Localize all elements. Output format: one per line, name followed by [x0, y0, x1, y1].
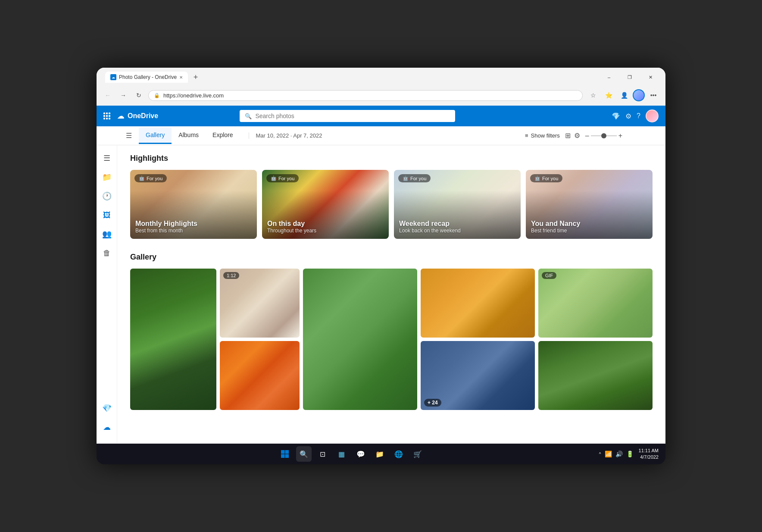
taskbar-battery-icon[interactable]: 🔋 — [626, 451, 634, 457]
tag-icon-3: 🤖 — [534, 175, 540, 181]
taskbar-arrow-icon[interactable]: ^ — [599, 452, 601, 457]
hamburger-menu-icon[interactable]: ☰ — [122, 128, 135, 143]
taskbar-volume-icon[interactable]: 🔊 — [615, 451, 623, 457]
filter-icon: ≡ — [525, 132, 528, 139]
address-bar[interactable]: 🔒 https://onedrive.live.com — [148, 90, 583, 101]
user-avatar[interactable] — [646, 110, 659, 122]
taskbar-taskview-button[interactable]: ⊡ — [315, 446, 331, 462]
highlight-title-2: Weekend recap — [399, 220, 461, 228]
zoom-slider-thumb — [601, 133, 606, 138]
apps-grid-icon[interactable] — [103, 113, 110, 119]
search-input[interactable] — [255, 113, 450, 119]
app-navigation: ☰ Gallery Albums Explore Mar 10, 2022 · … — [97, 126, 665, 145]
gallery-item-plant[interactable] — [130, 269, 216, 410]
minimize-button[interactable]: – — [599, 71, 619, 83]
highlight-card-monthly[interactable]: 🤖 For you Monthly Highlights Best from t… — [130, 170, 257, 239]
nav-right-controls: ≡ Show filters ⊞ ⚙ – + — [525, 131, 622, 140]
settings-icon[interactable]: ⚙ — [625, 112, 631, 120]
highlight-tag-1: 🤖 For you — [266, 174, 299, 182]
profile-switcher-icon[interactable]: 👤 — [617, 88, 631, 102]
gallery-item-sport[interactable]: GIF — [538, 269, 653, 338]
tab-bar: ☁ Photo Gallery - OneDrive ✕ + — [105, 71, 596, 83]
zoom-out-button[interactable]: – — [585, 132, 589, 140]
svg-rect-1 — [285, 450, 289, 454]
taskbar-store-button[interactable]: 🛒 — [410, 446, 425, 462]
show-filters-button[interactable]: ≡ Show filters — [525, 132, 560, 139]
gallery-item-laugh[interactable]: + 24 — [421, 341, 535, 410]
highlights-grid: 🤖 For you Monthly Highlights Best from t… — [130, 170, 653, 239]
sidebar-item-trash[interactable]: 🗑 — [99, 245, 115, 261]
grid-view-icon[interactable]: ⊞ — [565, 131, 571, 140]
taskbar-files-button[interactable]: 📁 — [372, 446, 387, 462]
taskbar-search-button[interactable]: 🔍 — [296, 446, 312, 462]
tab-gallery-label: Gallery — [146, 131, 165, 138]
zoom-controls: – + — [585, 132, 622, 140]
sidebar-item-people[interactable]: 👥 — [99, 226, 115, 242]
tab-favicon: ☁ — [110, 74, 116, 80]
gear-settings-icon[interactable]: ⚙ — [574, 131, 580, 140]
favorites-icon[interactable]: ☆ — [586, 88, 600, 102]
sidebar-cloud-icon[interactable]: ☁ — [99, 419, 115, 435]
premium-diamond-icon[interactable]: 💎 — [612, 112, 620, 120]
tab-title: Photo Gallery - OneDrive — [119, 74, 177, 80]
browser-chrome: ☁ Photo Gallery - OneDrive ✕ + – ❐ ✕ ← →… — [97, 68, 665, 106]
taskbar-edge-button[interactable]: 🌐 — [391, 446, 406, 462]
highlight-subtitle-2: Look back on the weekend — [399, 228, 461, 234]
gallery-item-family[interactable] — [303, 269, 417, 410]
header-search-bar[interactable]: 🔍 — [240, 110, 455, 122]
close-button[interactable]: ✕ — [640, 71, 660, 83]
refresh-button[interactable]: ↻ — [133, 89, 145, 101]
highlight-content-1: On this day Throughout the years — [267, 220, 316, 234]
zoom-slider[interactable] — [591, 135, 617, 136]
taskbar-chat-button[interactable]: 💬 — [353, 446, 369, 462]
highlight-content-0: Monthly Highlights Best from this month — [135, 220, 197, 234]
tab-gallery[interactable]: Gallery — [139, 127, 172, 144]
app-content: ☁ OneDrive 🔍 💎 ⚙ ? ☰ Gallery Albums — [97, 106, 665, 444]
main-area: ☰ 📁 🕐 🖼 👥 🗑 💎 ☁ Highlights — [97, 145, 665, 444]
maximize-button[interactable]: ❐ — [620, 71, 640, 83]
forward-button[interactable]: → — [117, 89, 129, 101]
tab-explore[interactable]: Explore — [206, 127, 240, 144]
tag-label-2: For you — [410, 176, 426, 181]
taskbar-wifi-icon[interactable]: 📶 — [605, 451, 612, 457]
taskbar-clock[interactable]: 11:11 AM 4/7/2022 — [639, 448, 659, 461]
settings-menu-icon[interactable]: ••• — [646, 88, 660, 102]
taskbar-system-icons: ^ 📶 🔊 🔋 — [599, 451, 634, 457]
gallery-item-couple[interactable] — [421, 269, 535, 338]
taskbar-widgets-button[interactable]: ▦ — [334, 446, 350, 462]
url-text: https://onedrive.live.com — [163, 92, 224, 99]
gallery-badge-video: 1:12 — [223, 272, 239, 279]
sidebar-item-recents[interactable]: 🕐 — [99, 188, 115, 204]
svg-rect-2 — [281, 454, 285, 458]
tag-label-1: For you — [278, 176, 294, 181]
sidebar-item-hamburger[interactable]: ☰ — [99, 150, 115, 166]
gallery-item-cat[interactable]: 1:12 — [220, 269, 300, 338]
tag-icon-2: 🤖 — [403, 175, 409, 181]
tab-albums[interactable]: Albums — [172, 127, 206, 144]
tab-close-btn[interactable]: ✕ — [179, 75, 183, 80]
sidebar-item-photos[interactable]: 🖼 — [99, 207, 115, 223]
highlight-tag-2: 🤖 For you — [398, 174, 431, 182]
highlight-card-nancy[interactable]: 🤖 For you You and Nancy Best friend time — [526, 170, 653, 239]
active-browser-tab[interactable]: ☁ Photo Gallery - OneDrive ✕ — [105, 72, 188, 83]
back-button[interactable]: ← — [102, 89, 114, 101]
content-area: Highlights 🤖 For you Monthly Highlights … — [117, 145, 665, 444]
collections-icon[interactable]: ⭐ — [602, 88, 615, 102]
taskbar-start-button[interactable] — [277, 446, 293, 462]
sidebar-item-folder[interactable]: 📁 — [99, 169, 115, 185]
taskbar-date: 4/7/2022 — [639, 454, 659, 460]
gallery-item-flowers[interactable] — [220, 341, 300, 410]
zoom-in-button[interactable]: + — [618, 132, 622, 140]
tab-albums-label: Albums — [178, 131, 199, 138]
highlight-card-onthisday[interactable]: 🤖 For you On this day Throughout the yea… — [262, 170, 389, 239]
sidebar-premium-icon[interactable]: 💎 — [99, 401, 115, 416]
tag-icon-1: 🤖 — [271, 175, 277, 181]
profile-avatar[interactable] — [633, 89, 645, 101]
tag-label: For you — [147, 176, 162, 181]
search-icon: 🔍 — [245, 113, 252, 119]
gallery-item-plant2[interactable] — [538, 341, 653, 410]
help-icon[interactable]: ? — [637, 112, 640, 120]
new-tab-button[interactable]: + — [190, 71, 202, 83]
highlight-card-weekend[interactable]: 🤖 For you Weekend recap Look back on the… — [394, 170, 521, 239]
filter-label: Show filters — [531, 132, 560, 139]
